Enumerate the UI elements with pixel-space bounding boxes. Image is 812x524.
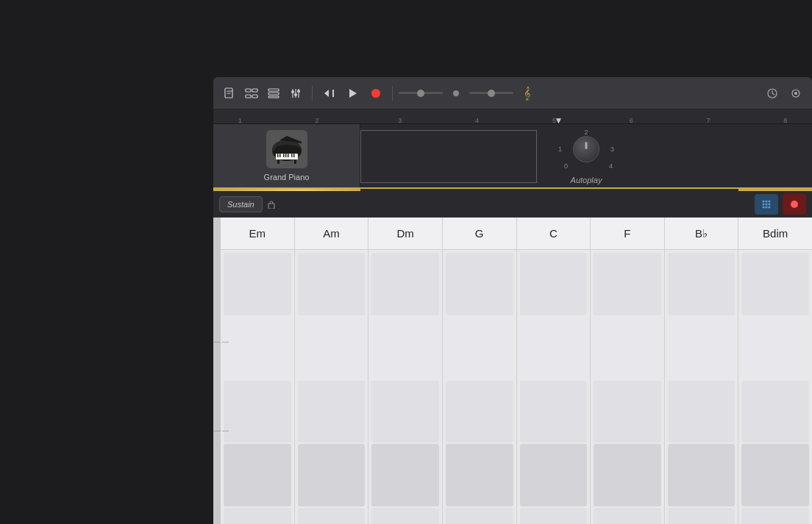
- svg-point-12: [294, 93, 297, 96]
- chord-col-f[interactable]: F: [591, 218, 665, 524]
- autoplay-label: Autoplay: [571, 176, 602, 184]
- tempo-slider-area: [469, 92, 513, 94]
- app-window: 𝄞 1 2 3 4 5 6 7 8: [213, 77, 812, 524]
- svg-point-37: [766, 200, 768, 202]
- chord-seg-f-3: [594, 381, 661, 443]
- chord-seg-am-3: [298, 381, 366, 443]
- chord-seg-dm-3: [371, 381, 439, 443]
- chord-seg-c-1: [520, 253, 588, 315]
- chord-seg-c-5: [520, 508, 588, 524]
- svg-point-36: [763, 200, 765, 202]
- chord-seg-em-1: [224, 253, 291, 315]
- volume-slider[interactable]: [469, 92, 513, 94]
- tracks-view-button[interactable]: [241, 83, 262, 104]
- notation-button[interactable]: 𝄞: [516, 83, 537, 104]
- chord-seg-f-2: [594, 317, 661, 379]
- svg-rect-29: [279, 154, 281, 157]
- record-button[interactable]: [366, 83, 386, 104]
- svg-rect-32: [288, 154, 289, 157]
- chord-body-f: [591, 250, 664, 524]
- chord-col-bb[interactable]: B♭: [665, 218, 739, 524]
- chord-body-dm: [368, 250, 442, 524]
- chord-col-bdim[interactable]: Bdim: [738, 218, 812, 524]
- gold-bar-right: [738, 189, 812, 191]
- svg-rect-31: [285, 154, 287, 157]
- separator-2: [392, 86, 393, 101]
- chord-grid-button[interactable]: [755, 194, 778, 215]
- svg-rect-30: [283, 154, 285, 157]
- mark-mid1: —: [213, 342, 221, 342]
- autoplay-area: 2 1 3 0 4 Autoplay: [360, 124, 812, 187]
- svg-point-17: [371, 89, 380, 98]
- new-button[interactable]: [219, 83, 240, 104]
- svg-rect-26: [294, 159, 296, 164]
- svg-rect-6: [268, 93, 279, 95]
- svg-rect-7: [268, 96, 279, 98]
- chord-seg-bb-1: [668, 253, 736, 315]
- chord-col-c[interactable]: C: [517, 218, 591, 524]
- chord-header-c: C: [517, 218, 591, 250]
- play-button[interactable]: [342, 83, 363, 104]
- track-instrument[interactable]: Grand Piano: [213, 124, 360, 187]
- sustain-left: Sustain: [219, 196, 276, 212]
- chord-body-c: [517, 250, 591, 524]
- svg-marker-16: [349, 89, 357, 98]
- chord-body-am: [295, 250, 368, 524]
- timeline-ruler[interactable]: 1 2 3 4 5 6 7 8 ▼: [213, 110, 812, 124]
- chord-seg-f-4: [594, 444, 661, 506]
- tempo-slider[interactable]: [399, 92, 443, 94]
- svg-point-41: [769, 203, 771, 205]
- chord-header-am: Am: [295, 218, 368, 250]
- knob-label-top: 2: [584, 129, 588, 136]
- toolbar-left: [219, 83, 306, 104]
- ruler-mark-8: 8: [783, 117, 787, 124]
- rewind-button[interactable]: [318, 83, 339, 104]
- knob-label-bl: 0: [564, 162, 568, 170]
- chord-columns: Em Am: [221, 218, 812, 524]
- chord-col-g[interactable]: G: [443, 218, 517, 524]
- chord-seg-g-3: [446, 381, 513, 443]
- chord-seg-dm-2: [371, 317, 439, 379]
- volume-thumb: [488, 90, 495, 97]
- chord-seg-bb-5: [668, 508, 736, 524]
- svg-point-23: [794, 92, 797, 95]
- instrument-icon: [266, 130, 307, 168]
- chord-seg-c-3: [520, 381, 588, 443]
- instrument-name: Grand Piano: [264, 173, 310, 182]
- sustain-bar: Sustain: [213, 191, 812, 218]
- knob-container: 2 1 3 0 4: [557, 127, 616, 171]
- svg-rect-33: [291, 154, 293, 157]
- mixer-button[interactable]: [285, 83, 306, 104]
- chord-seg-em-4: [224, 444, 291, 506]
- tempo-area: [399, 92, 443, 94]
- chord-record-button[interactable]: [783, 194, 806, 215]
- svg-rect-35: [268, 204, 274, 209]
- chord-seg-f-1: [594, 253, 661, 315]
- sustain-button[interactable]: Sustain: [219, 196, 263, 212]
- autoplay-knob[interactable]: [573, 136, 599, 162]
- settings-button[interactable]: [786, 83, 806, 104]
- svg-point-45: [791, 201, 798, 208]
- chord-col-dm[interactable]: Dm: [368, 218, 443, 524]
- clock-button[interactable]: [762, 83, 783, 104]
- svg-point-13: [297, 90, 300, 93]
- chord-col-am[interactable]: Am: [295, 218, 369, 524]
- chord-body-em: [221, 250, 294, 524]
- chord-strip: — — Em Am: [213, 218, 812, 524]
- chord-seg-c-4: [520, 444, 588, 506]
- ruler-mark-6: 6: [630, 117, 633, 124]
- metronome-button[interactable]: [446, 83, 466, 104]
- chord-col-em[interactable]: Em: [221, 218, 295, 524]
- chord-seg-am-1: [298, 253, 366, 315]
- list-view-button[interactable]: [263, 83, 284, 104]
- track-header: Grand Piano 2 1 3 0 4 Autoplay: [213, 124, 812, 189]
- notation-icon: 𝄞: [524, 87, 530, 100]
- chord-seg-bdim-2: [741, 317, 809, 379]
- chord-header-f: F: [591, 218, 664, 250]
- chord-seg-f-5: [594, 508, 661, 524]
- ruler-mark-7: 7: [706, 117, 710, 124]
- chord-seg-am-2: [298, 317, 366, 379]
- svg-point-18: [453, 90, 459, 96]
- chord-body-bdim: [738, 250, 812, 524]
- svg-marker-14: [324, 90, 329, 97]
